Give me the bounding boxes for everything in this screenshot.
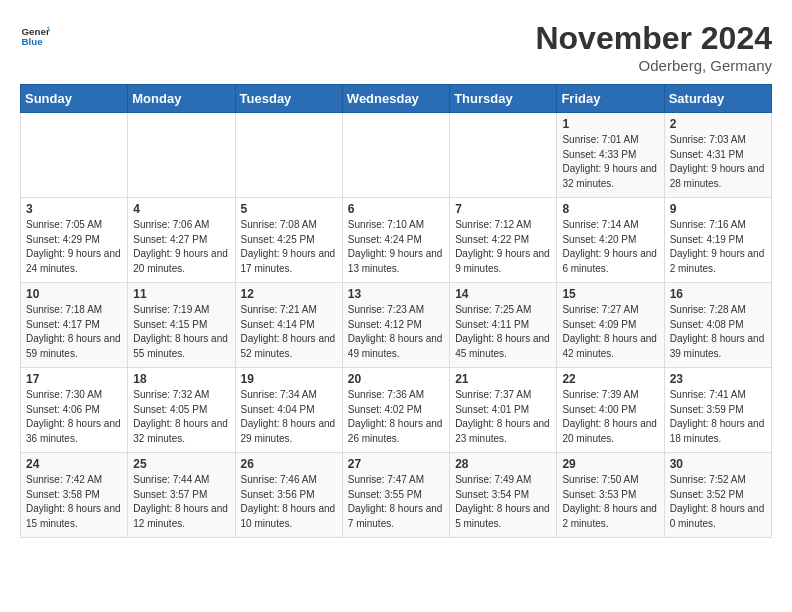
weekday-header-wednesday: Wednesday xyxy=(342,85,449,113)
day-number: 15 xyxy=(562,287,658,301)
day-info: Sunrise: 7:23 AM Sunset: 4:12 PM Dayligh… xyxy=(348,303,444,361)
day-cell: 6Sunrise: 7:10 AM Sunset: 4:24 PM Daylig… xyxy=(342,198,449,283)
day-info: Sunrise: 7:44 AM Sunset: 3:57 PM Dayligh… xyxy=(133,473,229,531)
day-cell: 19Sunrise: 7:34 AM Sunset: 4:04 PM Dayli… xyxy=(235,368,342,453)
day-number: 24 xyxy=(26,457,122,471)
day-info: Sunrise: 7:27 AM Sunset: 4:09 PM Dayligh… xyxy=(562,303,658,361)
weekday-header-friday: Friday xyxy=(557,85,664,113)
day-cell: 16Sunrise: 7:28 AM Sunset: 4:08 PM Dayli… xyxy=(664,283,771,368)
day-number: 26 xyxy=(241,457,337,471)
day-info: Sunrise: 7:06 AM Sunset: 4:27 PM Dayligh… xyxy=(133,218,229,276)
day-info: Sunrise: 7:05 AM Sunset: 4:29 PM Dayligh… xyxy=(26,218,122,276)
week-row-2: 3Sunrise: 7:05 AM Sunset: 4:29 PM Daylig… xyxy=(21,198,772,283)
title-block: November 2024 Oderberg, Germany xyxy=(535,20,772,74)
day-cell: 21Sunrise: 7:37 AM Sunset: 4:01 PM Dayli… xyxy=(450,368,557,453)
day-cell: 20Sunrise: 7:36 AM Sunset: 4:02 PM Dayli… xyxy=(342,368,449,453)
day-cell: 8Sunrise: 7:14 AM Sunset: 4:20 PM Daylig… xyxy=(557,198,664,283)
day-cell: 9Sunrise: 7:16 AM Sunset: 4:19 PM Daylig… xyxy=(664,198,771,283)
day-cell: 22Sunrise: 7:39 AM Sunset: 4:00 PM Dayli… xyxy=(557,368,664,453)
day-cell xyxy=(450,113,557,198)
day-info: Sunrise: 7:47 AM Sunset: 3:55 PM Dayligh… xyxy=(348,473,444,531)
day-info: Sunrise: 7:08 AM Sunset: 4:25 PM Dayligh… xyxy=(241,218,337,276)
day-number: 25 xyxy=(133,457,229,471)
day-number: 20 xyxy=(348,372,444,386)
day-cell: 24Sunrise: 7:42 AM Sunset: 3:58 PM Dayli… xyxy=(21,453,128,538)
day-number: 16 xyxy=(670,287,766,301)
svg-text:Blue: Blue xyxy=(22,36,44,47)
day-number: 29 xyxy=(562,457,658,471)
day-number: 30 xyxy=(670,457,766,471)
day-number: 3 xyxy=(26,202,122,216)
day-number: 17 xyxy=(26,372,122,386)
day-info: Sunrise: 7:34 AM Sunset: 4:04 PM Dayligh… xyxy=(241,388,337,446)
day-number: 12 xyxy=(241,287,337,301)
day-cell: 4Sunrise: 7:06 AM Sunset: 4:27 PM Daylig… xyxy=(128,198,235,283)
day-cell xyxy=(342,113,449,198)
day-cell: 30Sunrise: 7:52 AM Sunset: 3:52 PM Dayli… xyxy=(664,453,771,538)
day-number: 8 xyxy=(562,202,658,216)
week-row-3: 10Sunrise: 7:18 AM Sunset: 4:17 PM Dayli… xyxy=(21,283,772,368)
week-row-5: 24Sunrise: 7:42 AM Sunset: 3:58 PM Dayli… xyxy=(21,453,772,538)
day-cell: 14Sunrise: 7:25 AM Sunset: 4:11 PM Dayli… xyxy=(450,283,557,368)
day-number: 19 xyxy=(241,372,337,386)
day-cell: 13Sunrise: 7:23 AM Sunset: 4:12 PM Dayli… xyxy=(342,283,449,368)
day-cell: 12Sunrise: 7:21 AM Sunset: 4:14 PM Dayli… xyxy=(235,283,342,368)
day-info: Sunrise: 7:39 AM Sunset: 4:00 PM Dayligh… xyxy=(562,388,658,446)
calendar-table: SundayMondayTuesdayWednesdayThursdayFrid… xyxy=(20,84,772,538)
day-number: 22 xyxy=(562,372,658,386)
day-cell: 17Sunrise: 7:30 AM Sunset: 4:06 PM Dayli… xyxy=(21,368,128,453)
day-info: Sunrise: 7:50 AM Sunset: 3:53 PM Dayligh… xyxy=(562,473,658,531)
month-title: November 2024 xyxy=(535,20,772,57)
day-cell: 3Sunrise: 7:05 AM Sunset: 4:29 PM Daylig… xyxy=(21,198,128,283)
day-cell: 7Sunrise: 7:12 AM Sunset: 4:22 PM Daylig… xyxy=(450,198,557,283)
day-cell xyxy=(21,113,128,198)
day-number: 10 xyxy=(26,287,122,301)
weekday-header-saturday: Saturday xyxy=(664,85,771,113)
day-info: Sunrise: 7:37 AM Sunset: 4:01 PM Dayligh… xyxy=(455,388,551,446)
weekday-header-monday: Monday xyxy=(128,85,235,113)
location: Oderberg, Germany xyxy=(535,57,772,74)
day-info: Sunrise: 7:14 AM Sunset: 4:20 PM Dayligh… xyxy=(562,218,658,276)
week-row-1: 1Sunrise: 7:01 AM Sunset: 4:33 PM Daylig… xyxy=(21,113,772,198)
day-info: Sunrise: 7:30 AM Sunset: 4:06 PM Dayligh… xyxy=(26,388,122,446)
day-info: Sunrise: 7:46 AM Sunset: 3:56 PM Dayligh… xyxy=(241,473,337,531)
day-number: 11 xyxy=(133,287,229,301)
day-cell: 26Sunrise: 7:46 AM Sunset: 3:56 PM Dayli… xyxy=(235,453,342,538)
day-number: 13 xyxy=(348,287,444,301)
weekday-header-thursday: Thursday xyxy=(450,85,557,113)
day-cell: 23Sunrise: 7:41 AM Sunset: 3:59 PM Dayli… xyxy=(664,368,771,453)
week-row-4: 17Sunrise: 7:30 AM Sunset: 4:06 PM Dayli… xyxy=(21,368,772,453)
logo: General Blue xyxy=(20,20,50,50)
day-number: 1 xyxy=(562,117,658,131)
day-info: Sunrise: 7:12 AM Sunset: 4:22 PM Dayligh… xyxy=(455,218,551,276)
day-cell: 1Sunrise: 7:01 AM Sunset: 4:33 PM Daylig… xyxy=(557,113,664,198)
day-info: Sunrise: 7:19 AM Sunset: 4:15 PM Dayligh… xyxy=(133,303,229,361)
day-number: 6 xyxy=(348,202,444,216)
day-info: Sunrise: 7:36 AM Sunset: 4:02 PM Dayligh… xyxy=(348,388,444,446)
day-number: 18 xyxy=(133,372,229,386)
day-info: Sunrise: 7:42 AM Sunset: 3:58 PM Dayligh… xyxy=(26,473,122,531)
day-info: Sunrise: 7:03 AM Sunset: 4:31 PM Dayligh… xyxy=(670,133,766,191)
weekday-header-row: SundayMondayTuesdayWednesdayThursdayFrid… xyxy=(21,85,772,113)
day-cell: 25Sunrise: 7:44 AM Sunset: 3:57 PM Dayli… xyxy=(128,453,235,538)
day-info: Sunrise: 7:52 AM Sunset: 3:52 PM Dayligh… xyxy=(670,473,766,531)
day-cell xyxy=(235,113,342,198)
day-info: Sunrise: 7:28 AM Sunset: 4:08 PM Dayligh… xyxy=(670,303,766,361)
day-cell: 15Sunrise: 7:27 AM Sunset: 4:09 PM Dayli… xyxy=(557,283,664,368)
day-info: Sunrise: 7:10 AM Sunset: 4:24 PM Dayligh… xyxy=(348,218,444,276)
day-info: Sunrise: 7:25 AM Sunset: 4:11 PM Dayligh… xyxy=(455,303,551,361)
day-number: 5 xyxy=(241,202,337,216)
day-cell: 27Sunrise: 7:47 AM Sunset: 3:55 PM Dayli… xyxy=(342,453,449,538)
day-info: Sunrise: 7:32 AM Sunset: 4:05 PM Dayligh… xyxy=(133,388,229,446)
day-cell: 28Sunrise: 7:49 AM Sunset: 3:54 PM Dayli… xyxy=(450,453,557,538)
day-info: Sunrise: 7:21 AM Sunset: 4:14 PM Dayligh… xyxy=(241,303,337,361)
day-number: 28 xyxy=(455,457,551,471)
day-cell: 5Sunrise: 7:08 AM Sunset: 4:25 PM Daylig… xyxy=(235,198,342,283)
logo-icon: General Blue xyxy=(20,20,50,50)
day-info: Sunrise: 7:16 AM Sunset: 4:19 PM Dayligh… xyxy=(670,218,766,276)
day-info: Sunrise: 7:41 AM Sunset: 3:59 PM Dayligh… xyxy=(670,388,766,446)
day-number: 7 xyxy=(455,202,551,216)
page-header: General Blue November 2024 Oderberg, Ger… xyxy=(20,20,772,74)
weekday-header-sunday: Sunday xyxy=(21,85,128,113)
day-cell: 11Sunrise: 7:19 AM Sunset: 4:15 PM Dayli… xyxy=(128,283,235,368)
